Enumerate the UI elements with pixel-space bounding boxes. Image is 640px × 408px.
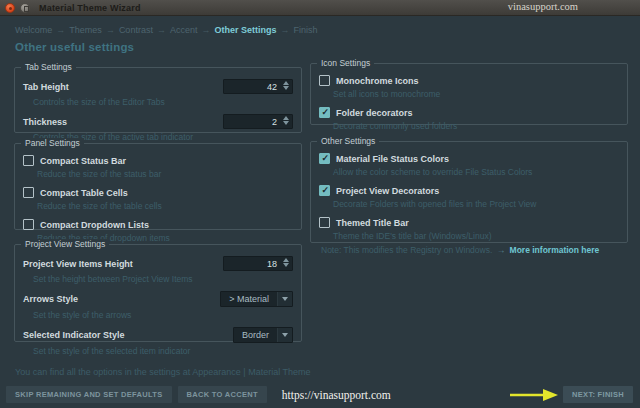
group-panel-settings: Panel Settings Compact Status Bar Reduce… xyxy=(14,143,302,230)
titlebar-watermark: vinasupport.com xyxy=(508,1,578,12)
group-title: Other Settings xyxy=(317,136,379,146)
tab-height-label: Tab Height xyxy=(23,82,69,92)
monochrome-icons-checkbox-row[interactable]: Monochrome Icons xyxy=(319,75,619,86)
compact-status-bar-label: Compact Status Bar xyxy=(40,156,126,166)
compact-dropdown-lists-checkbox[interactable] xyxy=(23,219,34,230)
breadcrumb-accent: Accent xyxy=(170,25,198,35)
selected-indicator-style-desc: Set the style of the selected item indic… xyxy=(33,346,293,356)
skip-remaining-button[interactable]: SKIP REMAINING AND SET DEFAULTS xyxy=(6,386,172,403)
arrows-style-value: > Material xyxy=(221,292,277,306)
selected-indicator-style-dropdown[interactable]: Border xyxy=(233,327,293,343)
next-finish-button[interactable]: NEXT: FINISH xyxy=(563,386,633,403)
breadcrumb-separator: → xyxy=(157,25,166,35)
thickness-label: Thickness xyxy=(23,117,67,127)
selected-indicator-style-label: Selected Indicator Style xyxy=(23,330,125,340)
compact-table-cells-checkbox-row[interactable]: Compact Table Cells xyxy=(23,187,293,198)
compact-status-bar-checkbox-row[interactable]: Compact Status Bar xyxy=(23,155,293,166)
project-view-decorators-label: Project View Decorators xyxy=(336,186,439,196)
tab-height-desc: Controls the size of the Editor Tabs xyxy=(33,97,293,107)
group-title: Project View Settings xyxy=(21,239,109,249)
back-to-accent-button[interactable]: BACK TO ACCENT xyxy=(178,386,267,403)
registry-note-text: Note: This modifies the Registry on Wind… xyxy=(321,245,492,255)
material-file-status-colors-checkbox-row[interactable]: Material File Status Colors xyxy=(319,153,619,164)
watermark-url: https://vinasupport.com xyxy=(282,389,391,401)
project-view-items-height-value: 18 xyxy=(267,259,277,269)
breadcrumb-separator: → xyxy=(201,25,210,35)
arrows-style-dropdown[interactable]: > Material xyxy=(220,291,293,307)
breadcrumb-separator: → xyxy=(106,25,115,35)
group-title: Tab Settings xyxy=(21,62,76,72)
breadcrumb-themes: Themes xyxy=(69,25,102,35)
maximize-icon[interactable] xyxy=(20,3,30,13)
footer-bar: SKIP REMAINING AND SET DEFAULTS BACK TO … xyxy=(6,386,633,403)
tab-height-value: 42 xyxy=(267,82,277,92)
breadcrumb-separator: → xyxy=(56,25,65,35)
group-project-view-settings: Project View Settings Project View Items… xyxy=(14,244,302,342)
compact-status-bar-desc: Reduce the size of the status bar xyxy=(37,169,293,179)
compact-table-cells-label: Compact Table Cells xyxy=(40,188,128,198)
close-icon[interactable] xyxy=(5,3,15,13)
compact-dropdown-lists-checkbox-row[interactable]: Compact Dropdown Lists xyxy=(23,219,293,230)
breadcrumb-finish: Finish xyxy=(293,25,317,35)
themed-title-bar-checkbox[interactable] xyxy=(319,217,330,228)
folder-decorators-label: Folder decorators xyxy=(336,108,413,118)
breadcrumb-separator: → xyxy=(280,25,289,35)
window-title: Material Theme Wizard xyxy=(39,3,141,13)
group-icon-settings: Icon Settings Monochrome Icons Set all i… xyxy=(310,63,628,125)
breadcrumb-contrast: Contrast xyxy=(119,25,153,35)
dropdown-arrow-button[interactable] xyxy=(277,292,292,306)
page-title: Other useful settings xyxy=(15,41,134,53)
thickness-spinner[interactable]: 2 xyxy=(223,114,293,129)
chevron-down-icon xyxy=(282,333,288,337)
project-view-items-height-spinner[interactable]: 18 xyxy=(223,256,293,271)
breadcrumb-other-settings: Other Settings xyxy=(214,25,276,35)
wizard-body: Welcome→Themes→Contrast→Accent→Other Set… xyxy=(0,17,640,408)
folder-decorators-desc: Decorate commonly used folders xyxy=(333,121,619,131)
group-title: Icon Settings xyxy=(317,58,374,68)
selected-indicator-style-value: Border xyxy=(234,328,277,342)
group-title: Panel Settings xyxy=(21,138,84,148)
folder-decorators-checkbox[interactable] xyxy=(319,107,330,118)
project-view-decorators-desc: Decorate Folders with opened files in th… xyxy=(333,199,619,209)
annotation-arrow-icon xyxy=(509,388,559,402)
material-file-status-colors-label: Material File Status Colors xyxy=(336,154,449,164)
arrows-style-desc: Set the style of the arrows xyxy=(33,310,293,320)
project-view-decorators-checkbox[interactable] xyxy=(319,185,330,196)
group-tab-settings: Tab Settings Tab Height 42 Controls the … xyxy=(14,67,302,133)
thickness-value: 2 xyxy=(272,117,277,127)
monochrome-icons-checkbox[interactable] xyxy=(319,75,330,86)
tab-height-spinner[interactable]: 42 xyxy=(223,79,293,94)
project-view-decorators-checkbox-row[interactable]: Project View Decorators xyxy=(319,185,619,196)
footer-note: You can find all the options in the sett… xyxy=(15,367,311,377)
folder-decorators-checkbox-row[interactable]: Folder decorators xyxy=(319,107,619,118)
group-other-settings: Other Settings Material File Status Colo… xyxy=(310,141,628,243)
themed-title-bar-checkbox-row[interactable]: Themed Title Bar xyxy=(319,217,619,228)
registry-note: Note: This modifies the Registry on Wind… xyxy=(321,245,619,255)
more-information-link[interactable]: More information here xyxy=(510,245,600,255)
arrows-style-label: Arrows Style xyxy=(23,294,78,304)
breadcrumb: Welcome→Themes→Contrast→Accent→Other Set… xyxy=(15,25,317,35)
monochrome-icons-desc: Set all icons to monochrome xyxy=(333,89,619,99)
dropdown-arrow-button[interactable] xyxy=(277,328,292,342)
compact-table-cells-checkbox[interactable] xyxy=(23,187,34,198)
monochrome-icons-label: Monochrome Icons xyxy=(336,76,419,86)
chevron-down-icon xyxy=(282,297,288,301)
compact-status-bar-checkbox[interactable] xyxy=(23,155,34,166)
spinner-arrows-icon[interactable] xyxy=(283,116,289,125)
material-file-status-colors-desc: Allow the color scheme to override File … xyxy=(333,167,619,177)
titlebar: Material Theme Wizard vinasupport.com xyxy=(0,0,640,16)
project-view-items-height-label: Project View Items Height xyxy=(23,259,133,269)
project-view-items-height-desc: Set the height between Project View Item… xyxy=(33,274,293,284)
compact-table-cells-desc: Reduce the size of the table cells xyxy=(37,201,293,211)
spinner-arrows-icon[interactable] xyxy=(283,258,289,267)
material-file-status-colors-checkbox[interactable] xyxy=(319,153,330,164)
link-arrow-icon: → xyxy=(497,245,506,255)
breadcrumb-welcome: Welcome xyxy=(15,25,52,35)
themed-title-bar-desc: Theme the IDE's title bar (Windows/Linux… xyxy=(333,231,619,241)
spinner-arrows-icon[interactable] xyxy=(283,81,289,90)
themed-title-bar-label: Themed Title Bar xyxy=(336,218,409,228)
compact-dropdown-lists-label: Compact Dropdown Lists xyxy=(40,220,149,230)
